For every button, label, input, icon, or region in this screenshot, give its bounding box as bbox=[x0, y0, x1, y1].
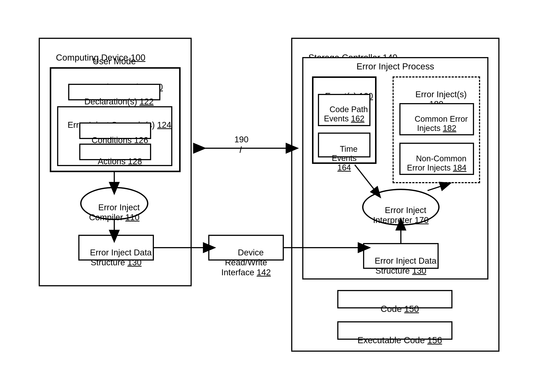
code-path-events-label: Code PathEvents 162 bbox=[318, 95, 370, 132]
code-label: Code 150 bbox=[337, 294, 452, 324]
link-190-label: 190 bbox=[232, 134, 251, 144]
non-common-error-injects-label: Non-CommonError Injects 184 bbox=[399, 145, 474, 182]
error-inject-interpreter-label: Error InjectInterpreter 170 bbox=[362, 195, 440, 235]
user-mode-label: User Mode bbox=[77, 56, 151, 66]
link-190-tick bbox=[240, 146, 241, 153]
executable-code-label: Executable Code 156 bbox=[337, 325, 452, 355]
error-inject-data-structure-left-label: Error Inject DataStructure 130 bbox=[78, 238, 154, 277]
error-inject-compiler-label: Error InjectCompiler 110 bbox=[80, 192, 148, 232]
actions-label: Actions 128 bbox=[79, 146, 151, 176]
device-rw-interface-label: Device Read/WriteInterface 142 bbox=[208, 238, 284, 287]
error-inject-data-structure-right-label: Error Inject DataStructure 130 bbox=[363, 246, 439, 286]
error-inject-process-title: Error Inject Process bbox=[302, 61, 488, 71]
common-error-injects-label: Common ErrorInjects 182 bbox=[399, 105, 474, 142]
time-events-label: Time Events164 bbox=[318, 135, 370, 181]
